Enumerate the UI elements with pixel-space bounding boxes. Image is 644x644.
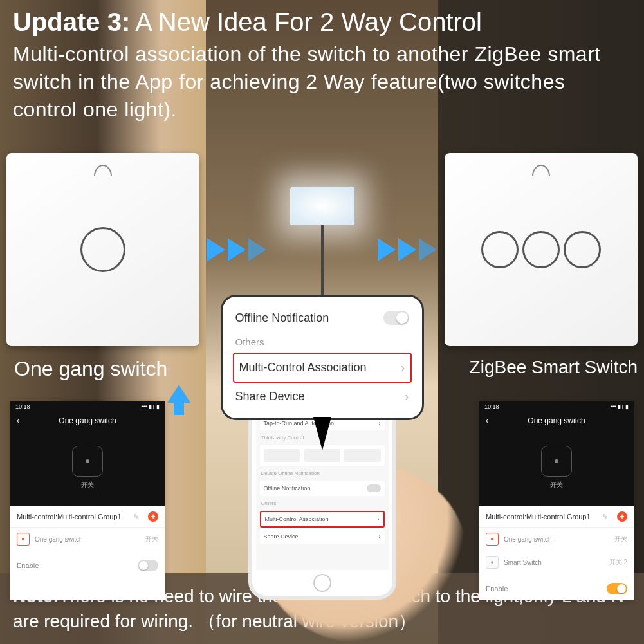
chevron-right-icon: ›	[405, 389, 409, 404]
device-item[interactable]: Smart Switch 开关 2	[479, 551, 634, 574]
left-switch-label: One gang switch	[14, 357, 167, 381]
arrow-right-icon	[378, 238, 437, 261]
share-row[interactable]: Share Device›	[260, 529, 385, 544]
multi-control-row[interactable]: Multi-Control Association ›	[233, 353, 412, 383]
tmall-genie-icon[interactable]	[344, 449, 381, 462]
status-icons: ••• ◧ ▮	[611, 403, 629, 410]
share-label: Share Device	[235, 390, 305, 403]
toggle-icon[interactable]	[383, 311, 409, 325]
group-label: Multi-control:Multi-control Group1	[486, 513, 591, 520]
device-icon	[17, 533, 30, 546]
switch-button-icon	[481, 231, 519, 268]
group-row[interactable]: Multi-control:Multi-control Group1 ✎ +	[10, 506, 165, 528]
enable-row[interactable]: Enable	[479, 576, 634, 601]
add-icon[interactable]: +	[148, 511, 158, 522]
ifttt-icon[interactable]	[304, 449, 340, 462]
others-section-label: Others	[233, 331, 412, 353]
device-icon	[486, 556, 499, 569]
title-bold: Update 3:	[13, 8, 130, 37]
toggle-icon[interactable]	[138, 560, 158, 571]
switch-preview: 开关	[10, 429, 165, 506]
device-item[interactable]: One gang switch 开关	[479, 528, 634, 551]
multi-control-row[interactable]: Multi-Control Association›	[260, 511, 385, 528]
device-label: Smart Switch	[504, 559, 542, 566]
toggle-icon[interactable]	[607, 583, 627, 594]
device-status: 开关	[145, 535, 158, 544]
switch-preview-icon[interactable]	[72, 446, 103, 477]
edit-icon[interactable]: ✎	[602, 513, 608, 521]
device-item[interactable]: One gang switch 开关	[10, 528, 165, 551]
toggle-icon[interactable]	[367, 484, 381, 492]
switch-button-icon	[564, 231, 601, 268]
status-icons: ••• ◧ ▮	[142, 403, 160, 410]
screen-title: One gang switch	[528, 416, 585, 425]
status-time: 10:18	[15, 403, 30, 410]
back-icon[interactable]: ‹	[486, 416, 488, 425]
preview-label: 开关	[550, 481, 563, 490]
phone-right-graphic: 10:18••• ◧ ▮ ‹One gang switch 开关 Multi-c…	[479, 401, 634, 600]
back-icon[interactable]: ‹	[17, 416, 19, 425]
multi-control-label: Multi-Control Association	[239, 361, 367, 374]
three-gang-switch-graphic	[445, 153, 638, 346]
status-time: 10:18	[484, 403, 499, 410]
one-gang-switch-graphic	[6, 153, 199, 346]
enable-label: Enable	[17, 562, 39, 569]
add-icon[interactable]: +	[617, 511, 627, 522]
group-label: Multi-control:Multi-control Group1	[17, 513, 122, 520]
arrow-right-icon	[207, 238, 266, 261]
group-row[interactable]: Multi-control:Multi-control Group1 ✎ +	[479, 506, 634, 528]
screen-title: One gang switch	[59, 416, 116, 425]
device-label: One gang switch	[504, 536, 552, 543]
callout-pointer-icon	[313, 417, 331, 450]
device-status: 开关 2	[609, 558, 627, 567]
device-status: 开关	[614, 535, 627, 544]
title-rest: A New Idea For 2 Way Control	[135, 8, 482, 37]
offline-row[interactable]: Offline Notification	[260, 481, 385, 496]
arrow-up-icon	[167, 385, 190, 415]
enable-label: Enable	[486, 585, 508, 593]
share-device-row[interactable]: Share Device ›	[233, 383, 412, 410]
google-assistant-icon[interactable]	[264, 449, 300, 462]
edit-icon[interactable]: ✎	[133, 513, 139, 521]
device-label: One gang switch	[35, 536, 83, 543]
enable-row[interactable]: Enable	[10, 553, 165, 578]
switch-preview: 开关	[479, 429, 634, 506]
home-button-icon[interactable]	[313, 574, 331, 592]
phone-left-graphic: 10:18••• ◧ ▮ ‹One gang switch 开关 Multi-c…	[10, 401, 165, 600]
subtitle: Multi-control association of the switch …	[13, 41, 631, 124]
header: Update 3: A New Idea For 2 Way Control M…	[0, 0, 644, 124]
offline-notification-row[interactable]: Offline Notification	[233, 304, 412, 331]
switch-button-icon	[80, 227, 125, 272]
settings-callout: Offline Notification Others Multi-Contro…	[221, 295, 424, 420]
switch-button-icon	[522, 231, 560, 268]
right-switch-label: ZigBee Smart Switch	[470, 357, 638, 378]
preview-label: 开关	[81, 481, 94, 490]
offline-label: Offline Notification	[235, 311, 329, 325]
device-icon	[486, 533, 499, 546]
chevron-right-icon: ›	[401, 360, 405, 375]
switch-preview-icon[interactable]	[541, 446, 572, 477]
